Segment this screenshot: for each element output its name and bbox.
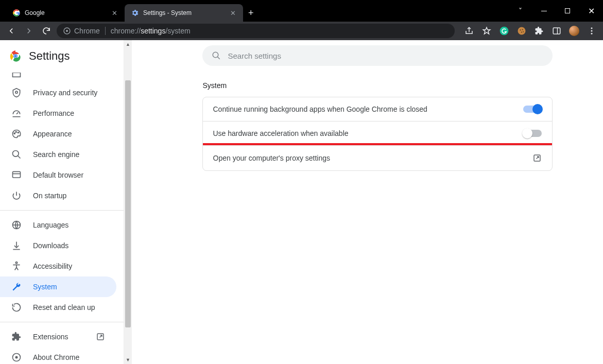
sidebar-title: Settings <box>29 49 70 63</box>
site-info-icon[interactable]: Chrome <box>63 27 100 35</box>
omnibox-divider <box>105 27 106 35</box>
svg-point-34 <box>15 356 18 359</box>
svg-point-11 <box>591 27 593 29</box>
toggle-switch[interactable] <box>523 130 542 137</box>
sidebar-item-label: Search engine <box>33 150 79 159</box>
scheme-label: Chrome <box>74 27 100 35</box>
scrollbar-thumb[interactable] <box>125 80 131 327</box>
svg-line-36 <box>217 57 220 59</box>
window-controls: ˅ ✕ <box>508 0 603 22</box>
sidebar-item-privacy-and-security[interactable]: Privacy and security <box>0 82 116 103</box>
search-settings-box[interactable] <box>202 45 553 66</box>
sidebar-wrap: Settings Privacy and securityPerformance… <box>0 40 133 364</box>
maximize-button[interactable] <box>556 3 579 19</box>
person-partial-icon <box>11 72 22 80</box>
sidebar-item-label: About Chrome <box>33 353 79 361</box>
window-titlebar: Google ✕ Settings - System ✕ + ˅ ✕ <box>0 0 603 22</box>
shield-icon <box>11 88 22 98</box>
sidebar-item-on-startup[interactable]: On startup <box>0 185 116 206</box>
svg-point-3 <box>500 27 509 36</box>
about-icon <box>11 352 22 362</box>
search-settings-input[interactable] <box>228 51 543 60</box>
row-label: Use hardware acceleration when available <box>213 129 523 137</box>
minimize-button[interactable] <box>532 3 556 19</box>
close-tab-icon[interactable]: ✕ <box>229 9 237 17</box>
sidebar-nav-list: Privacy and securityPerformanceAppearanc… <box>0 72 124 364</box>
svg-rect-18 <box>13 73 21 77</box>
new-tab-button[interactable]: + <box>243 5 259 22</box>
gear-favicon <box>131 9 139 17</box>
sidebar-item-partial[interactable] <box>0 72 116 82</box>
open-external-icon <box>532 153 542 163</box>
sidebar-item-languages[interactable]: Languages <box>0 215 116 235</box>
sidebar-separator <box>0 322 124 322</box>
sidepanel-icon[interactable] <box>549 24 564 38</box>
extensions-puzzle-icon[interactable] <box>532 24 546 38</box>
window-close-button[interactable]: ✕ <box>579 3 603 19</box>
svg-point-25 <box>13 151 19 157</box>
forward-button[interactable] <box>22 24 36 38</box>
scroll-down-arrow-icon[interactable]: ▼ <box>124 356 132 364</box>
sidebar-item-label: Appearance <box>33 130 72 138</box>
sidebar-item-about-chrome[interactable]: About Chrome <box>0 347 116 364</box>
chrome-logo-icon <box>9 50 22 62</box>
restore-icon <box>11 302 22 313</box>
sidebar-item-label: Extensions <box>33 333 68 341</box>
svg-point-6 <box>522 29 523 30</box>
cookie-icon[interactable] <box>514 24 529 38</box>
browser-tab-settings[interactable]: Settings - System ✕ <box>125 4 243 22</box>
svg-point-23 <box>15 131 16 132</box>
page-content: Settings Privacy and securityPerformance… <box>0 40 603 364</box>
toggle-row: Continue running background apps when Go… <box>203 97 552 121</box>
sidebar-item-performance[interactable]: Performance <box>0 103 116 124</box>
browser-icon <box>11 170 22 180</box>
sidebar-item-system[interactable]: System <box>0 276 116 297</box>
back-button[interactable] <box>4 24 19 38</box>
toggle-row: Use hardware acceleration when available <box>203 121 552 145</box>
svg-point-31 <box>15 262 17 264</box>
chrome-menu-button[interactable] <box>584 24 599 38</box>
sidebar-scrollbar[interactable]: ▲ ▼ <box>124 40 132 364</box>
grammarly-icon[interactable] <box>497 24 511 38</box>
svg-point-2 <box>66 30 68 32</box>
palette-icon <box>11 129 22 139</box>
tab-strip: Google ✕ Settings - System ✕ + <box>0 0 259 22</box>
svg-point-7 <box>521 31 522 32</box>
sidebar-item-default-browser[interactable]: Default browser <box>0 165 116 185</box>
close-tab-icon[interactable]: ✕ <box>111 9 118 17</box>
sidebar-item-downloads[interactable]: Downloads <box>0 235 116 256</box>
puzzle-icon <box>11 332 22 342</box>
scroll-up-arrow-icon[interactable]: ▲ <box>124 40 132 48</box>
star-icon[interactable] <box>479 24 494 38</box>
svg-point-35 <box>213 52 218 58</box>
settings-sidebar: Settings Privacy and securityPerformance… <box>0 40 124 364</box>
tab-search-button[interactable]: ˅ <box>508 3 532 19</box>
globe-icon <box>11 220 22 230</box>
svg-line-20 <box>16 112 18 114</box>
row-label: Open your computer's proxy settings <box>213 154 532 162</box>
browser-tab-google[interactable]: Google ✕ <box>6 4 125 22</box>
share-icon[interactable] <box>462 24 476 38</box>
reload-button[interactable] <box>39 24 54 38</box>
profile-avatar[interactable] <box>567 24 581 38</box>
svg-rect-27 <box>13 171 21 178</box>
svg-point-8 <box>523 31 524 32</box>
sidebar-separator <box>0 210 124 211</box>
tab-title: Settings - System <box>143 9 225 16</box>
proxy-settings-row[interactable]: Open your computer's proxy settings <box>203 145 552 170</box>
sidebar-item-search-engine[interactable]: Search engine <box>0 144 116 165</box>
sidebar-item-label: Reset and clean up <box>33 303 95 311</box>
toggle-switch[interactable] <box>523 106 542 113</box>
sidebar-item-label: System <box>33 283 57 291</box>
address-bar[interactable]: Chrome chrome://settings/system <box>57 24 455 38</box>
sidebar-item-appearance[interactable]: Appearance <box>0 124 116 144</box>
toolbar-actions <box>462 24 599 38</box>
search-icon <box>212 51 221 60</box>
sidebar-item-label: On startup <box>33 192 66 200</box>
sidebar-item-accessibility[interactable]: Accessibility <box>0 256 116 276</box>
sidebar-item-label: Languages <box>33 221 68 229</box>
sidebar-item-label: Privacy and security <box>33 89 97 97</box>
section-title: System <box>203 81 553 90</box>
sidebar-item-reset-and-clean-up[interactable]: Reset and clean up <box>0 297 116 318</box>
sidebar-item-extensions[interactable]: Extensions <box>0 326 116 347</box>
